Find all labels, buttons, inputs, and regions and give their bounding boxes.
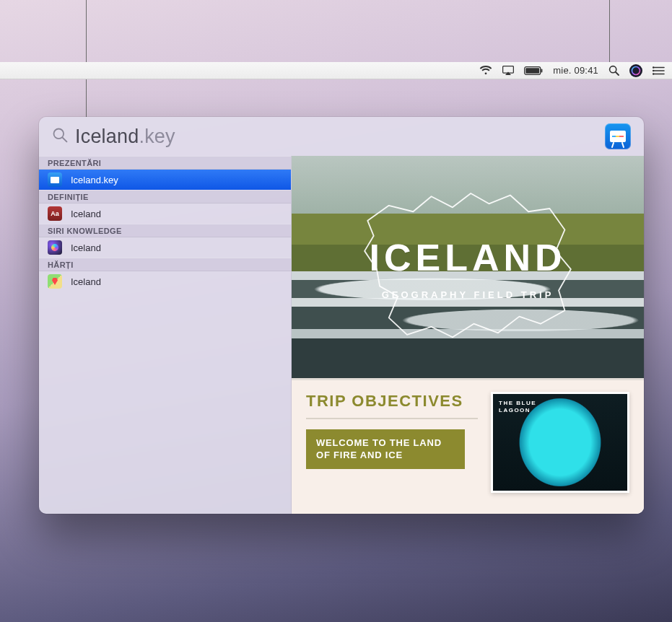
battery-icon[interactable] (524, 66, 543, 75)
dictionary-icon (48, 206, 62, 221)
result-row-dictionary[interactable]: Iceland (39, 203, 291, 224)
airplay-icon[interactable] (502, 66, 514, 75)
svg-line-15 (63, 138, 67, 142)
svg-point-11 (653, 66, 654, 68)
results-list: PREZENTĂRI Iceland.key DEFINIȚIE Iceland… (39, 156, 292, 514)
siri-menu-icon[interactable] (629, 64, 642, 77)
slide1-title: ICELAND (369, 236, 566, 279)
slide1-subtitle: GEOGRAPHY FIELD TRIP (382, 289, 554, 300)
category-header: SIRI KNOWLEDGE (39, 224, 291, 237)
svg-line-5 (616, 72, 619, 75)
menu-bar: mie. 09:41 (0, 62, 672, 79)
preview-slide-1: ICELAND GEOGRAPHY FIELD TRIP (292, 156, 644, 378)
result-row-siri[interactable]: Iceland (39, 237, 291, 258)
wifi-icon[interactable] (479, 66, 492, 75)
result-label: Iceland.key (71, 175, 118, 185)
category-header: HĂRȚI (39, 258, 291, 271)
result-label: Iceland (71, 209, 101, 219)
result-row-maps[interactable]: Iceland (39, 271, 291, 292)
svg-point-12 (653, 69, 654, 71)
slide2-photo-caption: THE BLUE LAGOON (499, 400, 536, 415)
notification-center-icon[interactable] (653, 66, 665, 75)
slide2-photo: THE BLUE LAGOON (491, 392, 629, 493)
spotlight-window: Iceland.key PREZENTĂRI Iceland.key DEFIN… (39, 117, 644, 514)
slide2-welcome-box: WELCOME TO THE LAND OF FIRE AND ICE (306, 429, 465, 469)
slide2-heading: TRIP OBJECTIVES (306, 392, 478, 419)
preview-slide-2: TRIP OBJECTIVES WELCOME TO THE LAND OF F… (292, 378, 644, 514)
desktop-foreground-hill (0, 557, 672, 622)
siri-icon (48, 240, 62, 255)
preview-pane: ICELAND GEOGRAPHY FIELD TRIP TRIP OBJECT… (292, 156, 644, 514)
callout-line-spotlight (86, 0, 87, 117)
callout-line-menubar (609, 0, 610, 65)
search-icon (52, 127, 68, 146)
category-header: PREZENTĂRI (39, 156, 291, 170)
svg-point-13 (653, 73, 654, 74)
spotlight-search-bar: Iceland.key (39, 117, 644, 156)
result-label: Iceland (71, 242, 101, 253)
result-label: Iceland (71, 276, 101, 287)
query-text-ext: .key (139, 126, 175, 147)
spotlight-menu-icon[interactable] (608, 65, 619, 76)
menu-clock[interactable]: mie. 09:41 (553, 65, 598, 76)
maps-icon (48, 274, 62, 289)
query-text-main: Iceland (75, 126, 139, 147)
svg-rect-2 (526, 68, 540, 73)
result-row-keynote[interactable]: Iceland.key (39, 170, 291, 190)
top-hit-app-icon (605, 123, 631, 149)
spotlight-query-field[interactable]: Iceland.key (75, 126, 598, 148)
keynote-icon (48, 172, 62, 187)
svg-rect-3 (541, 69, 543, 72)
category-header: DEFINIȚIE (39, 190, 291, 203)
